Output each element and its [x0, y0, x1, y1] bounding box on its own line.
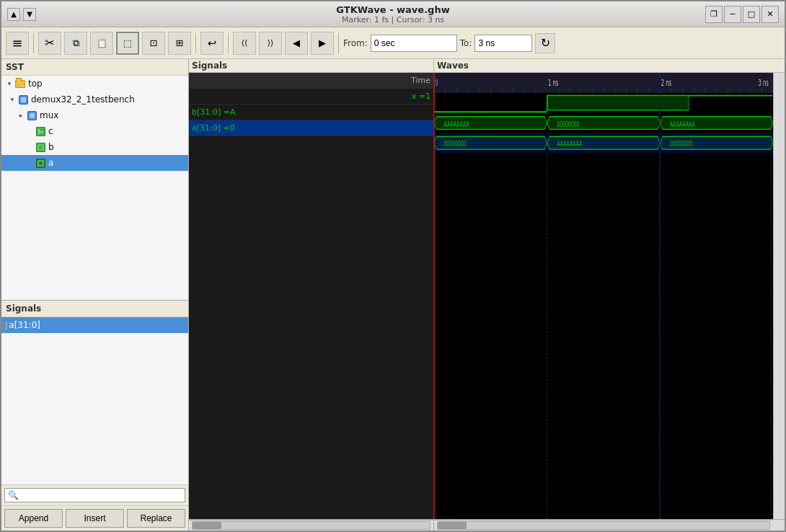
- folder-icon-top: [14, 78, 26, 89]
- zoom-fit-button[interactable]: ⊡: [142, 32, 165, 55]
- waves-header-row: Signals Waves: [189, 59, 785, 73]
- bottom-scroll-left: [189, 519, 785, 531]
- toggle-testbench[interactable]: ▾: [7, 96, 17, 103]
- search-icon: 🔍: [8, 490, 19, 500]
- signal-item-a31_0[interactable]: ] a[31:0]: [1, 317, 188, 333]
- tree-item-mux[interactable]: ▸ mux: [1, 107, 188, 123]
- toggle-mux[interactable]: ▸: [16, 112, 26, 119]
- svg-rect-2: [38, 145, 43, 150]
- tree-area[interactable]: ▾ top ▾ demux32_2_1testbench: [1, 76, 188, 300]
- time-label: Time: [411, 76, 430, 85]
- a-row-label: a[31:0] =0: [189, 120, 433, 136]
- maximize-button[interactable]: □: [743, 6, 760, 23]
- signals-col-header: Signals: [189, 59, 434, 73]
- next-button[interactable]: ▶: [311, 32, 334, 55]
- signal-prefix: ]: [4, 321, 7, 330]
- wave-scroll-thumb[interactable]: [438, 522, 467, 529]
- main-window: ▲ ▼ GTKWave - wave.ghw Marker: 1 fs | Cu…: [0, 0, 786, 532]
- tree-label-testbench: demux32_2_1testbench: [31, 94, 135, 105]
- tree-label-b: b: [48, 142, 54, 152]
- signal-icon-c: [35, 125, 46, 137]
- sst-label: SST: [6, 62, 24, 72]
- svg-text:AAAAAAAA: AAAAAAAA: [557, 139, 582, 148]
- a-label: a[31:0] =0: [192, 123, 235, 133]
- svg-text:2 ns: 2 ns: [661, 77, 671, 87]
- undo-button[interactable]: ↩: [200, 32, 224, 55]
- scroll-down-button[interactable]: ▼: [23, 8, 36, 21]
- wave-h-scroll[interactable]: [434, 520, 773, 531]
- wave-content: Time x =1 b[31:0] =A a[31:0] =0: [189, 73, 785, 519]
- svg-rect-42: [547, 96, 688, 110]
- signal-name-column: Time x =1 b[31:0] =A a[31:0] =0: [189, 73, 434, 519]
- sig-h-scroll[interactable]: [189, 520, 434, 531]
- tree-label-top: top: [28, 79, 43, 89]
- wave-display[interactable]: 0 1 ns 2 ns 3 ns: [434, 73, 773, 519]
- goto-end-button[interactable]: ⟩⟩: [259, 32, 282, 55]
- toolbar-separator-2: [195, 33, 196, 53]
- main-content: SST ▾ top ▾: [1, 59, 785, 531]
- tree-item-b[interactable]: b: [1, 139, 188, 155]
- minimize-button[interactable]: ─: [724, 6, 741, 23]
- from-label: From:: [343, 38, 368, 48]
- replace-button[interactable]: Replace: [127, 509, 185, 528]
- svg-text:1 ns: 1 ns: [548, 77, 558, 87]
- signals-header: Signals: [1, 301, 188, 317]
- b-row-label: b[31:0] =A: [189, 105, 433, 120]
- to-label: To:: [460, 38, 472, 48]
- time-row-label: Time: [189, 73, 433, 89]
- toggle-top[interactable]: ▾: [4, 80, 14, 87]
- svg-text:AAAAAAAA: AAAAAAAA: [670, 120, 695, 128]
- toolbar: ≡ ✂ ⧉ 📋 ⬚ ⊡ ⊞ ↩ ⟨⟨ ⟩⟩ ◀ ▶ From: To: ↻: [1, 27, 785, 59]
- titlebar-controls: ❐ ─ □ ✕: [705, 6, 779, 23]
- to-input[interactable]: [474, 35, 532, 52]
- sig-scroll-track[interactable]: [192, 521, 430, 530]
- svg-text:00000000: 00000000: [444, 139, 467, 148]
- sst-section: SST ▾ top ▾: [1, 59, 188, 300]
- sig-scroll-thumb[interactable]: [193, 522, 221, 529]
- close-button[interactable]: ✕: [761, 6, 779, 23]
- scroll-up-button[interactable]: ▲: [7, 8, 20, 21]
- signal-icon-a: [35, 157, 46, 169]
- refresh-button[interactable]: ↻: [535, 33, 555, 53]
- copy-button[interactable]: ⧉: [64, 32, 87, 55]
- svg-rect-3: [38, 161, 43, 166]
- tree-label-mux: mux: [40, 110, 58, 120]
- cut-button[interactable]: ✂: [38, 32, 61, 55]
- goto-start-button[interactable]: ⟨⟨: [233, 32, 256, 55]
- svg-text:00000000: 00000000: [670, 139, 692, 148]
- x-label: x =1: [412, 92, 430, 101]
- append-button[interactable]: Append: [4, 509, 63, 528]
- window-subtitle: Marker: 1 fs | Cursor: 3 ns: [336, 15, 449, 25]
- prev-button[interactable]: ◀: [285, 32, 308, 55]
- zoom-select-button[interactable]: ⊞: [168, 32, 191, 55]
- titlebar-center: GTKWave - wave.ghw Marker: 1 fs | Cursor…: [336, 4, 449, 25]
- signal-icon-b: [35, 141, 46, 153]
- b-label: b[31:0] =A: [192, 107, 236, 117]
- restore-button[interactable]: ❐: [705, 6, 723, 23]
- vertical-scrollbar[interactable]: [773, 73, 785, 519]
- insert-button[interactable]: Insert: [66, 509, 124, 528]
- wave-svg: 0 1 ns 2 ns 3 ns: [434, 73, 773, 519]
- toolbar-separator-3: [228, 33, 229, 53]
- tree-label-a: a: [48, 158, 53, 168]
- tree-item-c[interactable]: c: [1, 123, 188, 139]
- svg-rect-1: [38, 129, 40, 134]
- wave-scroll-track[interactable]: [437, 521, 770, 530]
- paste-button[interactable]: 📋: [90, 32, 113, 55]
- signals-section: Signals ] a[31:0] 🔍 Append Insert: [1, 300, 188, 531]
- tree-label-c: c: [48, 126, 53, 136]
- hamburger-menu-button[interactable]: ≡: [6, 32, 29, 55]
- select-all-button[interactable]: ⬚: [116, 32, 139, 55]
- tree-item-testbench[interactable]: ▾ demux32_2_1testbench: [1, 92, 188, 107]
- from-input[interactable]: [371, 35, 457, 52]
- waves-col-header: Waves: [434, 59, 785, 73]
- right-panel: Signals Waves Time x =1 b[31:0]: [189, 59, 785, 531]
- tree-item-top[interactable]: ▾ top: [1, 76, 188, 92]
- svg-text:3 ns: 3 ns: [759, 77, 769, 87]
- tree-item-a[interactable]: a: [1, 155, 188, 171]
- titlebar-left: ▲ ▼: [7, 8, 36, 21]
- module-icon-testbench: [17, 94, 29, 105]
- search-input[interactable]: [22, 490, 182, 500]
- titlebar: ▲ ▼ GTKWave - wave.ghw Marker: 1 fs | Cu…: [1, 1, 785, 27]
- signals-list[interactable]: ] a[31:0]: [1, 317, 188, 484]
